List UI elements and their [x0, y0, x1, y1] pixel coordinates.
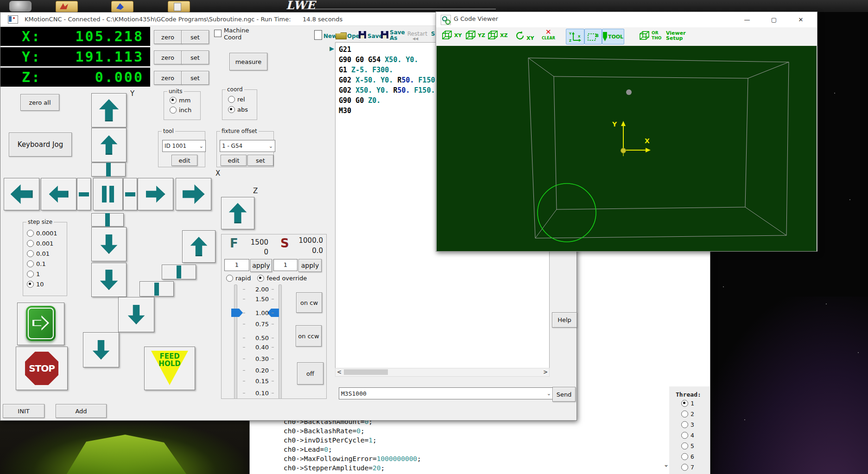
- send-button[interactable]: Send: [552, 387, 576, 402]
- radio-icon[interactable]: [27, 230, 34, 237]
- jog-z-plus-fast-button[interactable]: [221, 197, 254, 229]
- spindle-on-ccw-button[interactable]: on ccw: [296, 325, 322, 347]
- view-xy-button[interactable]: XY: [442, 31, 462, 40]
- show-axes-toggle[interactable]: YZX: [566, 29, 584, 44]
- gcode-line[interactable]: G02 X50. Y0. R50. F150.: [339, 85, 439, 95]
- radio-icon[interactable]: [681, 453, 688, 460]
- thread-option[interactable]: 2: [681, 411, 694, 417]
- radio-icon[interactable]: [170, 107, 177, 114]
- spindle-on-cw-button[interactable]: on cw: [296, 292, 322, 313]
- scroll-down-icon[interactable]: ⌄: [664, 461, 669, 468]
- maximize-button[interactable]: ▢: [767, 15, 781, 25]
- gcode-line[interactable]: G90 G0 G54 X50. Y0.: [339, 55, 439, 65]
- jog-x-minus-button[interactable]: [41, 178, 76, 210]
- gcode-line[interactable]: M30: [339, 106, 439, 116]
- jog-a-minus-fast-button[interactable]: [83, 332, 119, 367]
- jog-x-plus-fast-button[interactable]: [176, 178, 211, 210]
- show-box-toggle[interactable]: B: [584, 29, 602, 44]
- zero-all-button[interactable]: zero all: [20, 94, 59, 111]
- clear-button[interactable]: ✕ CLEAR: [542, 29, 555, 41]
- viewer-setup-button[interactable]: ViewerSetup: [666, 31, 686, 41]
- ortho-button[interactable]: ORTHO: [639, 31, 661, 41]
- step-option[interactable]: 1: [27, 271, 57, 278]
- radio-icon[interactable]: [27, 271, 34, 278]
- jog-x-plus-button[interactable]: [138, 178, 173, 210]
- fixture-set-button[interactable]: set: [247, 155, 273, 166]
- minimize-button[interactable]: —: [740, 15, 754, 25]
- save-as-label[interactable]: SaveAs: [390, 30, 405, 41]
- set-x-button[interactable]: set: [181, 30, 209, 44]
- jog-a-minus-button[interactable]: [118, 297, 154, 332]
- units-option[interactable]: mm: [170, 97, 191, 104]
- gcode-line[interactable]: G21: [339, 44, 439, 55]
- radio-icon[interactable]: [27, 281, 34, 288]
- jog-z-plus-button[interactable]: [182, 230, 215, 263]
- viewer-titlebar[interactable]: G Code Viewer — ▢ ✕: [436, 12, 817, 28]
- new-file-label[interactable]: New: [323, 33, 337, 39]
- gcode-text[interactable]: G21G90 G0 G54 X50. Y0.G1 Z-5. F300.G02 X…: [339, 44, 439, 116]
- zero-z-button[interactable]: zero: [154, 71, 182, 85]
- zero-x-button[interactable]: zero: [154, 30, 182, 44]
- mdi-combobox[interactable]: M3S1000 ⌄: [339, 387, 553, 399]
- scroll-right-icon[interactable]: >: [543, 369, 548, 375]
- new-file-icon[interactable]: [314, 30, 322, 40]
- radio-icon[interactable]: [170, 97, 177, 104]
- radio-icon[interactable]: [27, 240, 34, 247]
- jog-x-minus-fast-button[interactable]: [4, 178, 39, 210]
- save-label[interactable]: Save: [367, 33, 383, 39]
- close-button[interactable]: ✕: [794, 15, 808, 25]
- rotate-xy-button[interactable]: XY: [515, 31, 534, 41]
- viewer-3d-view[interactable]: Y X: [437, 46, 817, 251]
- gcode-line[interactable]: G90 G0 Z0.: [339, 95, 439, 106]
- zero-y-button[interactable]: zero: [154, 51, 182, 64]
- jog-y-minus-button[interactable]: [91, 227, 127, 261]
- save-icon[interactable]: [359, 31, 366, 38]
- spindle-off-button[interactable]: off: [297, 362, 323, 385]
- radio-icon[interactable]: [681, 411, 688, 417]
- stop-button[interactable]: STOP: [16, 347, 68, 390]
- radio-icon[interactable]: [228, 96, 235, 103]
- init-button[interactable]: INIT: [3, 404, 44, 418]
- radio-icon[interactable]: [27, 250, 34, 257]
- jog-y-minus-step-button[interactable]: [91, 213, 124, 227]
- jog-a-step-button[interactable]: [162, 265, 196, 279]
- help-button[interactable]: Help: [552, 312, 577, 328]
- coord-option[interactable]: abs: [228, 106, 248, 113]
- step-option[interactable]: 10: [27, 281, 57, 288]
- thread-option[interactable]: 6: [681, 453, 694, 460]
- units-option[interactable]: inch: [170, 107, 191, 114]
- add-button[interactable]: Add: [56, 404, 107, 418]
- jog-x-plus-step-button[interactable]: [123, 178, 137, 210]
- radio-icon[interactable]: [228, 106, 235, 113]
- pause-button[interactable]: [93, 178, 123, 210]
- scroll-left-icon[interactable]: <: [337, 369, 342, 375]
- thread-option[interactable]: 3: [681, 421, 694, 428]
- c-program-listing[interactable]: ch0->BacklashAmount=0;ch0->BacklashRate=…: [284, 417, 421, 473]
- radio-icon[interactable]: [681, 432, 688, 439]
- show-tool-toggle[interactable]: TOOL: [602, 29, 624, 44]
- tool-edit-button[interactable]: edit: [171, 155, 197, 166]
- jog-y-plus-button[interactable]: [91, 128, 127, 162]
- single-step-label[interactable]: S: [431, 31, 435, 37]
- feed-hold-button[interactable]: FEEDHOLD: [144, 347, 195, 390]
- jog-x-minus-step-button[interactable]: [77, 178, 91, 210]
- jog-y-plus-step-button[interactable]: [91, 163, 126, 177]
- folder-icon[interactable]: [111, 1, 133, 13]
- gcode-line[interactable]: G02 X-50. Y0. R50. F150.: [339, 75, 439, 85]
- folder-icon[interactable]: [168, 1, 190, 13]
- fixture-edit-button[interactable]: edit: [221, 155, 247, 166]
- set-z-button[interactable]: set: [181, 71, 209, 85]
- cycle-start-button[interactable]: [17, 303, 64, 345]
- machine-coord-checkbox[interactable]: [214, 30, 222, 37]
- radio-icon[interactable]: [681, 421, 688, 428]
- thread-option[interactable]: 1: [681, 400, 694, 407]
- set-y-button[interactable]: set: [181, 51, 209, 64]
- thread-option[interactable]: 7: [681, 464, 694, 471]
- jog-y-plus-fast-button[interactable]: [91, 93, 127, 127]
- gcode-line[interactable]: G1 Z-5. F300.: [339, 65, 439, 75]
- thread-option[interactable]: 4: [681, 432, 694, 439]
- step-option[interactable]: 0.001: [27, 240, 57, 247]
- jog-y-minus-fast-button[interactable]: [91, 263, 127, 297]
- thread-option[interactable]: 5: [681, 442, 694, 449]
- radio-icon[interactable]: [681, 442, 688, 449]
